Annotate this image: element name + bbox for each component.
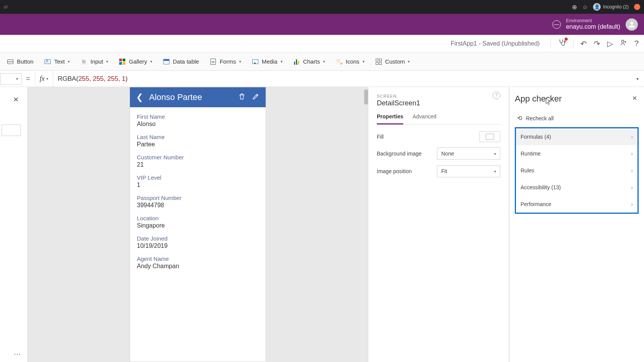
charts-icon — [293, 58, 300, 65]
ribbon-text[interactable]: Text ▾ — [39, 52, 75, 70]
equals-sign: = — [21, 75, 35, 83]
prop-label: Fill — [377, 134, 384, 140]
field-value: 21 — [137, 161, 259, 168]
ribbon-gallery[interactable]: Gallery ▾ — [113, 52, 158, 70]
svg-point-0 — [630, 21, 633, 24]
chevron-right-icon: › — [631, 184, 633, 190]
field-value: Partee — [137, 141, 259, 148]
category-formulas[interactable]: Formulas (4) › — [516, 128, 637, 145]
formula-expand-icon[interactable]: ▾ — [631, 76, 644, 82]
recheck-all-button[interactable]: ⟲ Recheck all — [515, 115, 639, 122]
app-header: Environment enayu.com (default) — [0, 14, 644, 35]
icons-icon — [336, 58, 343, 65]
ribbon-media[interactable]: Media ▾ — [246, 52, 288, 70]
help-icon[interactable]: ? — [634, 39, 639, 48]
incognito-label: Incognito (2) — [603, 4, 629, 10]
formula-arg: 255 — [93, 75, 104, 83]
detail-screen[interactable]: ❮ Alonso Partee First NameAlonso Last Na… — [130, 87, 266, 362]
refresh-icon: ⟲ — [517, 115, 522, 122]
chevron-down-icon: ▾ — [408, 59, 410, 64]
select-value: None — [441, 151, 454, 157]
main-area: ✕ … ❮ Alonso Partee First NameAlonso Las… — [0, 87, 644, 362]
command-bar: FirstApp1 - Saved (Unpublished) ↶ ↷ ▷ ? — [0, 35, 644, 52]
prop-label: Image position — [377, 168, 412, 174]
field-label: First Name — [137, 113, 259, 120]
fill-color-picker[interactable] — [480, 131, 500, 142]
tab-advanced[interactable]: Advanced — [412, 111, 436, 124]
close-icon[interactable]: ✕ — [632, 95, 637, 102]
ribbon-forms[interactable]: Forms ▾ — [204, 52, 246, 70]
play-icon[interactable]: ▷ — [607, 39, 613, 48]
ribbon-button[interactable]: Button — [2, 52, 39, 70]
environment-selector[interactable]: Environment enayu.com (default) — [566, 18, 620, 30]
canvas[interactable]: ❮ Alonso Partee First NameAlonso Last Na… — [28, 87, 368, 362]
separator — [573, 39, 573, 49]
chevron-right-icon: › — [631, 151, 633, 157]
ribbon-media-label: Media — [262, 58, 278, 65]
chevron-down-icon: ▾ — [68, 59, 70, 64]
image-position-select[interactable]: Fit ▾ — [437, 165, 500, 177]
separator — [550, 39, 551, 49]
redo-icon[interactable]: ↷ — [594, 39, 600, 48]
close-icon[interactable]: ✕ — [13, 95, 19, 104]
help-icon[interactable]: ? — [493, 92, 500, 99]
ribbon-icons[interactable]: Icons ▾ — [330, 52, 370, 70]
formula-bar: ▾ = fx ▾ RGBA(255, 255, 255, 1) ▾ — [0, 71, 644, 87]
ribbon-datatable-label: Data table — [173, 58, 199, 65]
more-icon[interactable]: … — [13, 348, 22, 357]
ribbon-button-label: Button — [17, 58, 33, 65]
zoom-icon[interactable]: ⊕ — [572, 3, 577, 11]
chevron-down-icon: ▾ — [494, 169, 496, 174]
field-value: Andy Champan — [137, 263, 259, 270]
recheck-label: Recheck all — [526, 115, 554, 121]
ribbon-forms-label: Forms — [220, 58, 236, 65]
profile-icon[interactable] — [634, 4, 640, 10]
ribbon-datatable[interactable]: Data table — [158, 52, 204, 70]
category-accessibility[interactable]: Accessibility (13) › — [516, 179, 637, 196]
delete-icon[interactable] — [238, 93, 246, 102]
prop-background-image: Background image None ▾ — [377, 147, 500, 160]
ribbon-charts[interactable]: Charts ▾ — [288, 52, 330, 70]
category-rules[interactable]: Rules › — [516, 162, 637, 179]
scrollbar[interactable] — [364, 89, 368, 105]
field-value: Singapore — [137, 222, 259, 229]
category-runtime[interactable]: Runtime › — [516, 145, 637, 162]
background-image-select[interactable]: None ▾ — [437, 147, 500, 160]
app-checker-title: App checker — [515, 94, 639, 104]
formula-arg: 255 — [78, 75, 89, 83]
property-selector[interactable]: ▾ — [0, 73, 21, 85]
formula-input[interactable]: RGBA(255, 255, 255, 1) — [53, 71, 631, 87]
undo-icon[interactable]: ↶ — [580, 39, 587, 48]
chevron-down-icon: ▾ — [46, 77, 48, 81]
user-avatar[interactable] — [626, 18, 638, 31]
field-value: Alonso — [137, 121, 259, 128]
app-checker-pane: ✕ App checker ⟲ Recheck all Formulas (4)… — [509, 87, 644, 362]
formula-fn: RGBA — [58, 75, 76, 83]
share-icon[interactable] — [620, 39, 628, 48]
ribbon-input[interactable]: ⎘ Input ▾ — [75, 52, 113, 70]
property-tabs: Properties Advanced — [377, 111, 500, 124]
edit-icon[interactable] — [252, 93, 260, 102]
field-first-name: First NameAlonso — [137, 113, 259, 128]
tree-search-input[interactable] — [2, 124, 21, 136]
ribbon-custom[interactable]: Custom ▾ — [370, 52, 416, 70]
category-performance[interactable]: Performance › — [516, 196, 637, 213]
category-label: Runtime — [521, 151, 540, 157]
chevron-down-icon: ▾ — [494, 152, 496, 156]
button-icon — [7, 58, 14, 65]
bookmark-star-icon[interactable]: ☆ — [582, 3, 588, 11]
chevron-right-icon: › — [631, 201, 633, 207]
app-checker-icon[interactable] — [558, 38, 566, 49]
field-label: Agent Name — [137, 256, 259, 262]
environment-icon[interactable] — [552, 20, 561, 29]
field-label: Customer Number — [137, 154, 259, 161]
category-label: Rules — [521, 167, 534, 174]
select-value: Fit — [441, 168, 447, 174]
tab-properties[interactable]: Properties — [377, 111, 403, 124]
url-fragment: o/ — [4, 4, 8, 10]
chevron-down-icon: ▾ — [239, 59, 241, 64]
fx-button[interactable]: fx ▾ — [35, 71, 53, 87]
checker-categories: Formulas (4) › Runtime › Rules › Accessi… — [515, 127, 639, 214]
back-icon[interactable]: ❮ — [136, 92, 143, 102]
environment-name: enayu.com (default) — [566, 23, 620, 30]
